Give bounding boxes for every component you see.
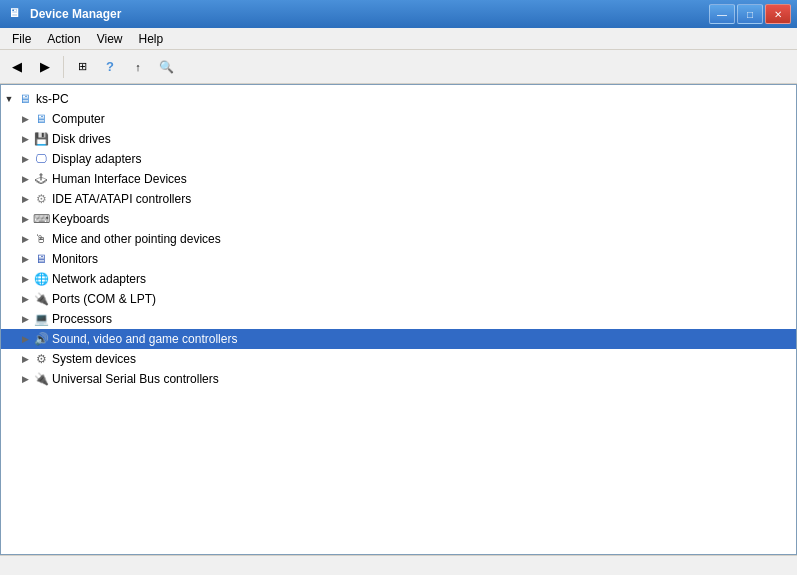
- label-monitors: Monitors: [52, 252, 98, 266]
- tree-row-usb[interactable]: ▶🔌Universal Serial Bus controllers: [1, 369, 796, 389]
- menu-file[interactable]: File: [4, 30, 39, 48]
- expander-keyboards[interactable]: ▶: [17, 211, 33, 227]
- tree-row-root[interactable]: ▼ 🖥 ks-PC: [1, 89, 796, 109]
- label-usb: Universal Serial Bus controllers: [52, 372, 219, 386]
- icon-hid: 🕹: [33, 171, 49, 187]
- expander-network[interactable]: ▶: [17, 271, 33, 287]
- expander-disk-drives[interactable]: ▶: [17, 131, 33, 147]
- app-icon: 🖥: [8, 6, 24, 22]
- menu-help[interactable]: Help: [131, 30, 172, 48]
- expander-usb[interactable]: ▶: [17, 371, 33, 387]
- tree-row-monitors[interactable]: ▶🖥Monitors: [1, 249, 796, 269]
- tree-item-disk-drives: ▶💾Disk drives: [1, 129, 796, 149]
- expander-hid[interactable]: ▶: [17, 171, 33, 187]
- close-button[interactable]: ✕: [765, 4, 791, 24]
- tree-item-hid: ▶🕹Human Interface Devices: [1, 169, 796, 189]
- tree-item-keyboards: ▶⌨Keyboards: [1, 209, 796, 229]
- tree-item-processors: ▶💻Processors: [1, 309, 796, 329]
- label-hid: Human Interface Devices: [52, 172, 187, 186]
- tree-row-sound[interactable]: ▶🔊Sound, video and game controllers: [1, 329, 796, 349]
- label-disk-drives: Disk drives: [52, 132, 111, 146]
- tree-item-ports: ▶🔌Ports (COM & LPT): [1, 289, 796, 309]
- tree-row-ports[interactable]: ▶🔌Ports (COM & LPT): [1, 289, 796, 309]
- help-button[interactable]: ?: [97, 54, 123, 80]
- expander-processors[interactable]: ▶: [17, 311, 33, 327]
- tree-item-display-adapters: ▶🖵Display adapters: [1, 149, 796, 169]
- tree-row-network[interactable]: ▶🌐Network adapters: [1, 269, 796, 289]
- tree-item-root: ▼ 🖥 ks-PC ▶🖥Computer▶💾Disk drives▶🖵Displ…: [1, 89, 796, 389]
- update-driver-button[interactable]: ↑: [125, 54, 151, 80]
- forward-button[interactable]: ▶: [32, 54, 58, 80]
- tree-item-system: ▶⚙System devices: [1, 349, 796, 369]
- icon-disk-drives: 💾: [33, 131, 49, 147]
- expander-system[interactable]: ▶: [17, 351, 33, 367]
- status-bar: [0, 555, 797, 575]
- icon-usb: 🔌: [33, 371, 49, 387]
- tree-row-hid[interactable]: ▶🕹Human Interface Devices: [1, 169, 796, 189]
- tree-row-computer[interactable]: ▶🖥Computer: [1, 109, 796, 129]
- tree-item-sound: ▶🔊Sound, video and game controllers: [1, 329, 796, 349]
- label-root: ks-PC: [36, 92, 69, 106]
- main-area: ▼ 🖥 ks-PC ▶🖥Computer▶💾Disk drives▶🖵Displ…: [0, 84, 797, 555]
- expander-root[interactable]: ▼: [1, 91, 17, 107]
- device-tree[interactable]: ▼ 🖥 ks-PC ▶🖥Computer▶💾Disk drives▶🖵Displ…: [1, 85, 796, 554]
- tree-row-ide[interactable]: ▶⚙IDE ATA/ATAPI controllers: [1, 189, 796, 209]
- tree-row-system[interactable]: ▶⚙System devices: [1, 349, 796, 369]
- expander-mice[interactable]: ▶: [17, 231, 33, 247]
- tree-item-network: ▶🌐Network adapters: [1, 269, 796, 289]
- title-bar-left: 🖥 Device Manager: [8, 6, 121, 22]
- label-ports: Ports (COM & LPT): [52, 292, 156, 306]
- label-keyboards: Keyboards: [52, 212, 109, 226]
- icon-pc: 🖥: [17, 91, 33, 107]
- tree-row-mice[interactable]: ▶🖱Mice and other pointing devices: [1, 229, 796, 249]
- label-computer: Computer: [52, 112, 105, 126]
- minimize-button[interactable]: —: [709, 4, 735, 24]
- icon-computer: 🖥: [33, 111, 49, 127]
- maximize-button[interactable]: □: [737, 4, 763, 24]
- tree-children: ▶🖥Computer▶💾Disk drives▶🖵Display adapter…: [1, 109, 796, 389]
- icon-network: 🌐: [33, 271, 49, 287]
- icon-keyboards: ⌨: [33, 211, 49, 227]
- label-system: System devices: [52, 352, 136, 366]
- toolbar-separator-1: [63, 56, 64, 78]
- expander-sound[interactable]: ▶: [17, 331, 33, 347]
- expander-monitors[interactable]: ▶: [17, 251, 33, 267]
- expander-ports[interactable]: ▶: [17, 291, 33, 307]
- icon-ide: ⚙: [33, 191, 49, 207]
- window-title: Device Manager: [30, 7, 121, 21]
- show-properties-button[interactable]: ⊞: [69, 54, 95, 80]
- tree-item-ide: ▶⚙IDE ATA/ATAPI controllers: [1, 189, 796, 209]
- tree-item-mice: ▶🖱Mice and other pointing devices: [1, 229, 796, 249]
- tree-row-disk-drives[interactable]: ▶💾Disk drives: [1, 129, 796, 149]
- label-display-adapters: Display adapters: [52, 152, 141, 166]
- menu-view[interactable]: View: [89, 30, 131, 48]
- tree-item-monitors: ▶🖥Monitors: [1, 249, 796, 269]
- label-sound: Sound, video and game controllers: [52, 332, 237, 346]
- icon-mice: 🖱: [33, 231, 49, 247]
- tree-row-display-adapters[interactable]: ▶🖵Display adapters: [1, 149, 796, 169]
- expander-ide[interactable]: ▶: [17, 191, 33, 207]
- expander-computer[interactable]: ▶: [17, 111, 33, 127]
- icon-sound: 🔊: [33, 331, 49, 347]
- tree-root: ▼ 🖥 ks-PC ▶🖥Computer▶💾Disk drives▶🖵Displ…: [1, 89, 796, 389]
- title-bar-controls: — □ ✕: [709, 4, 791, 24]
- tree-item-computer: ▶🖥Computer: [1, 109, 796, 129]
- scan-hardware-button[interactable]: 🔍: [153, 54, 179, 80]
- icon-system: ⚙: [33, 351, 49, 367]
- menu-action[interactable]: Action: [39, 30, 88, 48]
- label-network: Network adapters: [52, 272, 146, 286]
- label-processors: Processors: [52, 312, 112, 326]
- icon-monitors: 🖥: [33, 251, 49, 267]
- label-mice: Mice and other pointing devices: [52, 232, 221, 246]
- back-button[interactable]: ◀: [4, 54, 30, 80]
- menu-bar: File Action View Help: [0, 28, 797, 50]
- label-ide: IDE ATA/ATAPI controllers: [52, 192, 191, 206]
- expander-display-adapters[interactable]: ▶: [17, 151, 33, 167]
- icon-processors: 💻: [33, 311, 49, 327]
- tree-row-processors[interactable]: ▶💻Processors: [1, 309, 796, 329]
- icon-ports: 🔌: [33, 291, 49, 307]
- toolbar: ◀ ▶ ⊞ ? ↑ 🔍: [0, 50, 797, 84]
- title-bar: 🖥 Device Manager — □ ✕: [0, 0, 797, 28]
- icon-display-adapters: 🖵: [33, 151, 49, 167]
- tree-row-keyboards[interactable]: ▶⌨Keyboards: [1, 209, 796, 229]
